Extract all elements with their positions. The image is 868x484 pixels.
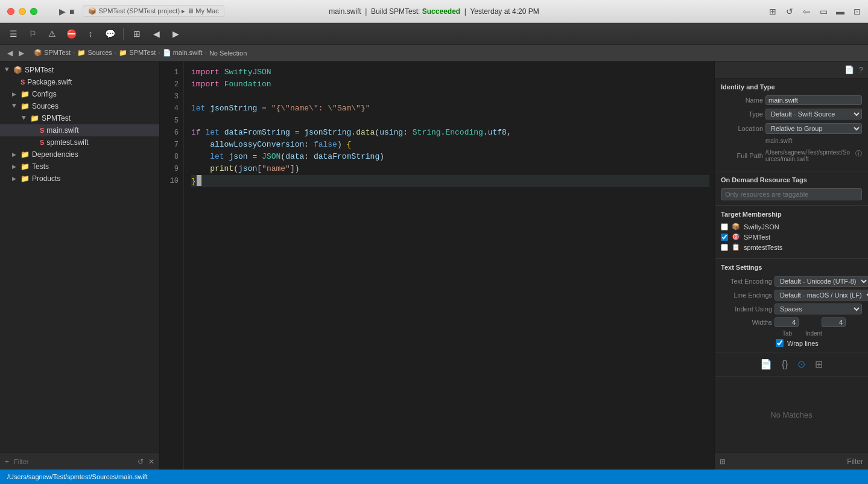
wrap-lines-checkbox[interactable]	[776, 339, 784, 347]
titlebar: ▶ ■ 📦 SPMTest (SPMTest project) ▸ 🖥 My M…	[0, 0, 868, 23]
code-line-4: let jsonString = "{\"name\": \"Sam\"}"	[191, 103, 709, 115]
tree-item-products[interactable]: ▶ 📁 Products	[0, 173, 159, 185]
file-tree: ▶ 📦 SPMTest ▶ S Package.swift ▶ 📁 Config…	[0, 62, 159, 453]
right-panel-header: 📄 ?	[715, 62, 868, 78]
widths-row: Widths	[721, 317, 862, 327]
location-select[interactable]: Relative to Group	[765, 123, 862, 134]
fullpath-label: Full Path	[721, 152, 763, 159]
add-file-icon[interactable]: +	[5, 457, 9, 466]
swiftyjson-label: SwiftyJSON	[744, 223, 779, 231]
grid-icon-bottom[interactable]: ⊞	[815, 358, 823, 370]
grid-btn[interactable]: ⊞	[128, 25, 145, 42]
name-row: Name	[721, 95, 862, 105]
build-result: Succeeded	[422, 7, 460, 16]
dependencies-label: Dependencies	[32, 150, 78, 159]
breakpoint-btn[interactable]: ⚐	[24, 25, 41, 42]
file-icon-bottom[interactable]: 📄	[760, 358, 772, 370]
fullpath-info-icon[interactable]: ⓘ	[855, 149, 862, 158]
new-file-icon[interactable]: 📄	[844, 65, 854, 74]
sources-label: Sources	[32, 102, 59, 110]
layout2-icon[interactable]: ▬	[834, 5, 846, 18]
target-check-swiftyjson[interactable]	[721, 223, 728, 231]
spmtest-icon: 📦	[13, 66, 22, 74]
target-row-swiftyjson: 📦 SwiftyJSON	[721, 223, 862, 231]
stop-button[interactable]: ■	[69, 7, 74, 16]
scheme-type: SPMTest project	[129, 7, 177, 14]
error-btn[interactable]: ⛔	[63, 25, 80, 42]
type-select[interactable]: Default - Swift Source	[765, 109, 862, 119]
refresh-icon[interactable]: ↺	[784, 5, 796, 18]
close-button[interactable]	[7, 8, 14, 15]
tree-item-dependencies[interactable]: ▶ 📁 Dependencies	[0, 148, 159, 161]
scheme-selector[interactable]: 📦 SPMTest (SPMTest project) ▸ 🖥 My Mac	[83, 5, 224, 17]
tree-item-configs[interactable]: ▶ 📁 Configs	[0, 88, 159, 100]
tests-label: Tests	[32, 162, 49, 171]
tree-item-package-swift[interactable]: ▶ S Package.swift	[0, 76, 159, 88]
text-encoding-select[interactable]: Default - Unicode (UTF-8)	[775, 276, 868, 287]
breadcrumb-item-3[interactable]: 📄 main.swift	[163, 49, 203, 57]
breadcrumb-item-4[interactable]: No Selection	[209, 49, 247, 57]
tree-item-spmtest-root[interactable]: ▶ 📦 SPMTest	[0, 64, 159, 76]
maximize-button[interactable]	[30, 8, 37, 15]
main-layout: ▶ 📦 SPMTest ▶ S Package.swift ▶ 📁 Config…	[0, 62, 868, 470]
nav-back-btn[interactable]: ◀	[5, 48, 15, 59]
line-endings-select[interactable]: Default - macOS / Unix (LF)	[775, 290, 868, 301]
titlebar-right-icons: ⊞ ↺ ⇦ ▭ ▬ ⊡	[767, 5, 863, 18]
layout-icon[interactable]: ▭	[817, 5, 829, 18]
indent-using-row: Indent Using Spaces	[721, 304, 862, 314]
split-horiz-icon[interactable]: ⊞	[767, 5, 779, 18]
tree-item-spmtest-folder[interactable]: ▶ 📁 SPMTest	[0, 112, 159, 124]
line-num-5: 5	[162, 115, 179, 127]
annotation-btn[interactable]: 💬	[101, 25, 118, 42]
rp-filter-clear[interactable]: Filter	[847, 457, 863, 466]
warning-btn[interactable]: ⚠	[43, 25, 60, 42]
code-editor: 1 2 3 4 5 6 7 8 9 10 import SwiftyJSON i…	[160, 62, 714, 470]
source-control-btn[interactable]: ↕	[82, 25, 99, 42]
nav-bar-left: ◀ ▶	[5, 48, 27, 59]
wrap-lines-row: Wrap lines	[721, 339, 862, 347]
tree-item-main-swift[interactable]: ▶ S main.swift	[0, 124, 159, 136]
target-machine-icon: 🖥	[187, 7, 194, 14]
nav-forward[interactable]: ▶	[167, 25, 184, 42]
filename-value: main.swift	[765, 138, 792, 144]
name-input[interactable]	[765, 95, 862, 105]
recent-files-icon[interactable]: ↺	[138, 457, 144, 466]
nav-back[interactable]: ◀	[148, 25, 165, 42]
layout3-icon[interactable]: ⊡	[851, 5, 863, 18]
braces-icon[interactable]: {}	[782, 359, 788, 370]
indent-width-input[interactable]	[822, 317, 846, 327]
scheme-icon: 📦	[88, 7, 97, 14]
circle-icon-active[interactable]: ⊙	[797, 358, 805, 370]
tree-item-spmtest-swift[interactable]: ▶ S spmtest.swift	[0, 136, 159, 148]
tab-width-input[interactable]	[775, 317, 799, 327]
breadcrumb-item-0[interactable]: 📦 SPMTest	[34, 49, 71, 57]
line-num-7: 7	[162, 139, 179, 151]
tree-item-sources[interactable]: ▶ 📁 Sources	[0, 100, 159, 112]
code-content[interactable]: import SwiftyJSON import Foundation let …	[184, 62, 714, 470]
tree-item-tests[interactable]: ▶ 📁 Tests	[0, 161, 159, 173]
tags-input[interactable]	[721, 188, 862, 200]
back-icon[interactable]: ⇦	[800, 5, 813, 18]
widths-label: Widths	[721, 319, 772, 326]
filter-options-icon[interactable]: ✕	[148, 457, 154, 466]
code-area[interactable]: 1 2 3 4 5 6 7 8 9 10 import SwiftyJSON i…	[160, 62, 714, 470]
line-num-10: 10	[162, 175, 179, 187]
code-line-9: print(json["name"])	[191, 163, 709, 175]
target-check-spmtest[interactable]	[721, 234, 728, 241]
nav-forward-btn[interactable]: ▶	[16, 48, 27, 59]
indent-using-select[interactable]: Spaces	[775, 304, 862, 314]
sidebar-toggle[interactable]: ☰	[5, 25, 22, 42]
bc-arrow-2: ›	[158, 49, 160, 56]
code-line-1: import SwiftyJSON	[191, 66, 709, 78]
breadcrumb-item-2[interactable]: 📁 SPMTest	[119, 49, 156, 57]
sidebar-filter-input[interactable]	[14, 458, 133, 465]
play-button[interactable]: ▶	[59, 7, 66, 16]
help-icon[interactable]: ?	[859, 65, 863, 74]
target-check-spmtesttests[interactable]	[721, 244, 728, 251]
minimize-button[interactable]	[19, 8, 26, 15]
expand-arrow-spmtest: ▶	[4, 68, 10, 72]
breadcrumb-item-1[interactable]: 📁 Sources	[77, 49, 112, 57]
no-matches-text: No Matches	[770, 410, 812, 419]
bc-arrow-0: ›	[73, 49, 75, 56]
expand-arrow-deps: ▶	[12, 151, 17, 158]
